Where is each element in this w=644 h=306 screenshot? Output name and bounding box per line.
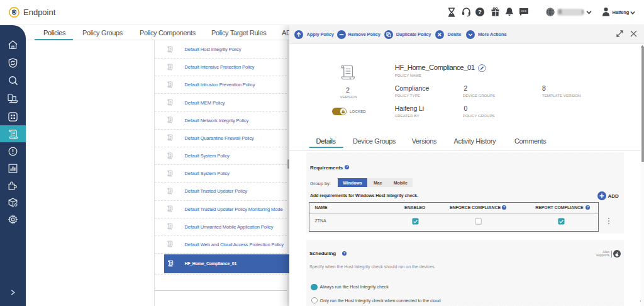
svg-text:?: ? — [478, 8, 482, 15]
svg-text:?: ? — [503, 205, 505, 209]
svg-text:?: ? — [586, 205, 588, 209]
svg-text:?: ? — [346, 165, 348, 169]
svg-text:?: ? — [343, 251, 345, 255]
